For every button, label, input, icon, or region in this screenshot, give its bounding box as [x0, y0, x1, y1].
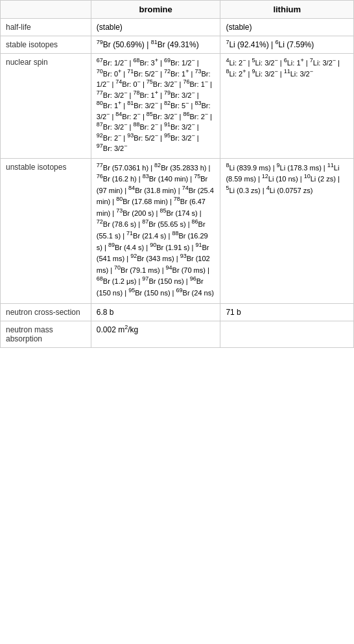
- lithium-stable-isotopes: 7Li (92.41%) | 6Li (7.59%): [220, 36, 354, 54]
- table-row-neutron-cross-section: neutron cross-section 6.8 b 71 b: [1, 303, 354, 321]
- label-unstable-isotopes: unstable isotopes: [1, 158, 91, 303]
- lithium-nuclear-spin: 4Li: 2− | 5Li: 3/2− | 6Li: 1+ | 7Li: 3/2…: [220, 54, 354, 159]
- bromine-halflife: (stable): [91, 19, 220, 36]
- bromine-neutron-cross-section: 6.8 b: [91, 303, 220, 321]
- lithium-unstable-isotopes: 8Li (839.9 ms) | 9Li (178.3 ms) | 11Li (…: [220, 158, 354, 303]
- lithium-halflife: (stable): [220, 19, 354, 36]
- table-row-halflife: half-life (stable) (stable): [1, 19, 354, 36]
- table-row-neutron-mass-absorption: neutron mass absorption 0.002 m2/kg: [1, 321, 354, 347]
- bromine-unstable-isotopes: 77Br (57.0361 h) | 82Br (35.2833 h) | 76…: [91, 158, 220, 303]
- lithium-neutron-cross-section: 71 b: [220, 303, 354, 321]
- header-bromine: bromine: [91, 1, 220, 19]
- table-row-stable-isotopes: stable isotopes 79Br (50.69%) | 81Br (49…: [1, 36, 354, 54]
- table-row-unstable-isotopes: unstable isotopes 77Br (57.0361 h) | 82B…: [1, 158, 354, 303]
- label-nuclear-spin: nuclear spin: [1, 54, 91, 159]
- label-halflife: half-life: [1, 19, 91, 36]
- bromine-nuclear-spin: 67Br: 1/2− | 68Br: 3+ | 69Br: 1/2− | 70B…: [91, 54, 220, 159]
- bromine-neutron-mass-absorption: 0.002 m2/kg: [91, 321, 220, 347]
- lithium-neutron-mass-absorption: [220, 321, 354, 347]
- label-stable-isotopes: stable isotopes: [1, 36, 91, 54]
- table-row-nuclear-spin: nuclear spin 67Br: 1/2− | 68Br: 3+ | 69B…: [1, 54, 354, 159]
- header-row-label: [1, 1, 91, 19]
- header-lithium: lithium: [220, 1, 354, 19]
- label-neutron-cross-section: neutron cross-section: [1, 303, 91, 321]
- bromine-stable-isotopes: 79Br (50.69%) | 81Br (49.31%): [91, 36, 220, 54]
- label-neutron-mass-absorption: neutron mass absorption: [1, 321, 91, 347]
